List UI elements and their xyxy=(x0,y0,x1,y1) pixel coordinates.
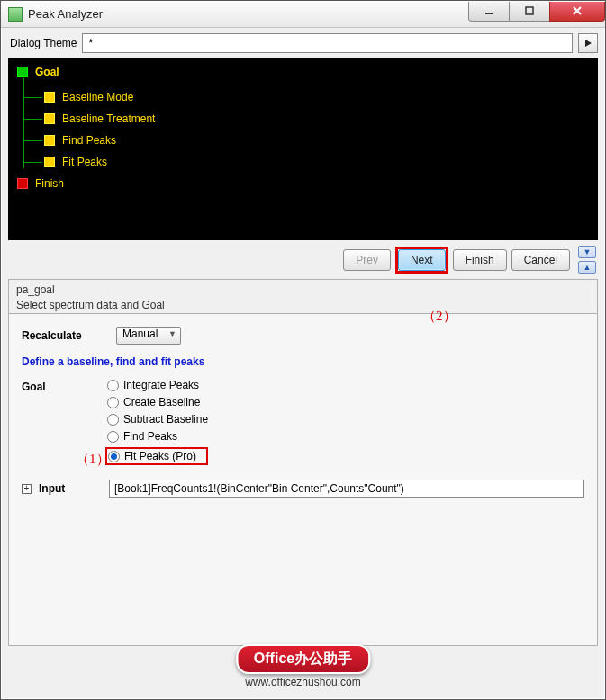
panel-size-spinner: ▼ ▲ xyxy=(578,246,596,274)
radio-label: Integrate Peaks xyxy=(123,379,199,391)
chevron-up-icon: ▲ xyxy=(583,263,592,272)
input-data-field[interactable] xyxy=(109,480,584,498)
radio-fit-peaks-pro[interactable]: Fit Peaks (Pro) xyxy=(108,450,199,462)
square-yellow-icon xyxy=(44,135,55,146)
radio-fit-peaks-highlight: Fit Peaks (Pro) xyxy=(105,447,208,465)
radio-label: Subtract Baseline xyxy=(123,413,208,426)
section-desc: Select spectrum data and Goal xyxy=(16,299,590,311)
goal-label: Goal xyxy=(22,379,107,393)
svg-marker-4 xyxy=(585,40,592,47)
window-title: Peak Analyzer xyxy=(28,7,469,21)
radio-label: Find Peaks xyxy=(123,430,177,443)
watermark-pill: Office办公助手 xyxy=(236,644,370,674)
tree-item-label: Find Peaks xyxy=(62,134,116,147)
square-yellow-icon xyxy=(44,92,55,103)
annotation-1: （1） xyxy=(76,451,110,468)
input-row: + Input xyxy=(22,480,584,498)
chevron-down-icon: ▼ xyxy=(583,247,592,256)
radio-icon xyxy=(107,414,119,426)
tree-finish-label: Finish xyxy=(35,177,64,190)
tree-children: Baseline Mode Baseline Treatment Find Pe… xyxy=(23,78,589,168)
cancel-button[interactable]: Cancel xyxy=(511,249,570,271)
svg-rect-1 xyxy=(526,7,533,14)
dialog-theme-input[interactable] xyxy=(82,33,573,53)
close-button[interactable] xyxy=(549,2,605,22)
expand-input-button[interactable]: + xyxy=(22,484,32,494)
tree-root-goal[interactable]: Goal xyxy=(17,66,589,78)
tree-item-baseline-treatment[interactable]: Baseline Treatment xyxy=(44,112,589,125)
finish-button[interactable]: Finish xyxy=(453,249,507,271)
section-code: pa_goal xyxy=(16,283,590,296)
play-icon xyxy=(583,39,592,48)
peak-analyzer-window: Peak Analyzer Dialog Theme Goal xyxy=(0,0,606,700)
app-icon xyxy=(8,7,23,22)
radio-label: Create Baseline xyxy=(123,396,200,408)
prev-button[interactable]: Prev xyxy=(343,249,391,271)
tree-item-label: Baseline Mode xyxy=(62,91,133,103)
tree-item-baseline-mode[interactable]: Baseline Mode xyxy=(44,91,589,103)
plus-icon: + xyxy=(24,484,30,493)
minimize-button[interactable] xyxy=(468,2,510,22)
tree-root-label: Goal xyxy=(35,66,59,78)
radio-find-peaks[interactable]: Find Peaks xyxy=(107,430,208,443)
dialog-theme-label: Dialog Theme xyxy=(10,37,77,49)
radio-checked-icon xyxy=(108,451,120,462)
radio-integrate-peaks[interactable]: Integrate Peaks xyxy=(107,379,208,391)
radio-create-baseline[interactable]: Create Baseline xyxy=(107,396,208,408)
tree-item-label: Fit Peaks xyxy=(62,156,107,168)
tree-item-find-peaks[interactable]: Find Peaks xyxy=(44,134,589,147)
radio-icon xyxy=(107,380,119,391)
maximize-button[interactable] xyxy=(509,2,550,22)
radio-subtract-baseline[interactable]: Subtract Baseline xyxy=(107,413,208,426)
radio-icon xyxy=(107,431,119,443)
watermark-url: www.officezhushou.com xyxy=(236,676,370,688)
watermark: Office办公助手 www.officezhushou.com xyxy=(236,644,370,688)
dialog-theme-menu-button[interactable] xyxy=(578,33,598,53)
radio-label: Fit Peaks (Pro) xyxy=(124,450,196,462)
recalculate-select[interactable]: Manual xyxy=(116,327,181,345)
tree-item-fit-peaks[interactable]: Fit Peaks xyxy=(44,156,589,168)
titlebar[interactable]: Peak Analyzer xyxy=(1,1,605,28)
annotation-2: （2） xyxy=(422,308,457,325)
square-yellow-icon xyxy=(44,157,55,167)
recalculate-label: Recalculate xyxy=(22,329,107,342)
spin-up-button[interactable]: ▲ xyxy=(578,261,596,274)
spin-down-button[interactable]: ▼ xyxy=(578,246,596,258)
main-panel: Recalculate Manual Define a baseline, fi… xyxy=(8,313,598,646)
goal-radio-group: Integrate Peaks Create Baseline Subtract… xyxy=(107,379,208,465)
recalculate-value: Manual xyxy=(122,328,158,340)
window-controls xyxy=(469,2,605,22)
square-yellow-icon xyxy=(44,113,55,124)
wizard-nav: Prev Next Finish Cancel ▼ ▲ xyxy=(1,246,605,277)
maximize-icon xyxy=(524,5,535,16)
panel-subtitle: Define a baseline, find and fit peaks xyxy=(22,355,584,368)
input-label: Input xyxy=(39,482,102,495)
next-button-highlight: Next xyxy=(395,247,448,274)
close-icon xyxy=(571,4,583,17)
radio-icon xyxy=(107,397,119,408)
square-red-icon xyxy=(17,178,28,189)
minimize-icon xyxy=(484,5,494,16)
next-button[interactable]: Next xyxy=(398,249,446,271)
wizard-tree: Goal Baseline Mode Baseline Treatment Fi… xyxy=(8,58,598,240)
tree-item-finish[interactable]: Finish xyxy=(17,177,589,190)
recalculate-row: Recalculate Manual xyxy=(22,327,584,345)
dialog-theme-row: Dialog Theme xyxy=(1,28,605,55)
tree-item-label: Baseline Treatment xyxy=(62,112,155,125)
section-header: pa_goal Select spectrum data and Goal xyxy=(8,279,598,313)
square-green-icon xyxy=(17,67,28,77)
